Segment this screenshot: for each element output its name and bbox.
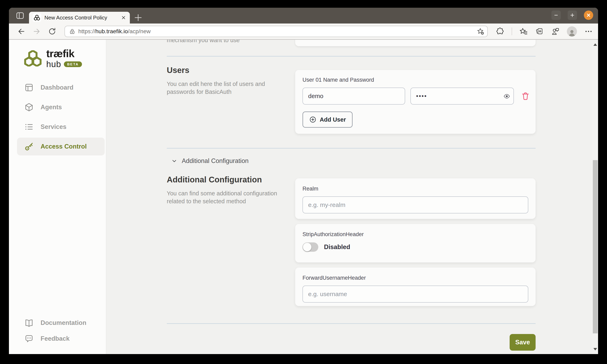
section-divider xyxy=(167,323,536,324)
password-input[interactable] xyxy=(410,88,514,104)
sidebar-item-label: Documentation xyxy=(40,319,86,326)
toggle-state-label: Disabled xyxy=(324,243,350,251)
forward-icon[interactable] xyxy=(32,27,41,36)
realm-card: Realm xyxy=(295,178,536,219)
workspaces-icon[interactable] xyxy=(15,11,25,20)
collapsible-label: Additional Configuration xyxy=(182,157,249,165)
sidebar-item-label: Access Control xyxy=(40,143,87,150)
username-input[interactable] xyxy=(302,88,405,104)
url-text: https://hub.traefik.io/acp/new xyxy=(78,28,474,35)
strip-authorization-card: StripAuthorizationHeader Disabled xyxy=(295,224,536,262)
cube-icon xyxy=(24,103,34,112)
vertical-scrollbar[interactable] xyxy=(592,40,598,354)
strip-authorization-toggle[interactable] xyxy=(302,242,318,252)
profile-avatar[interactable] xyxy=(567,26,577,37)
sidebar-item-feedback[interactable]: Feedback xyxy=(17,330,105,348)
chevron-down-icon xyxy=(171,158,177,164)
browser-titlebar: New Access Control Policy xyxy=(9,8,598,24)
browser-toolbar: https://hub.traefik.io/acp/new xyxy=(9,24,598,40)
traefik-favicon xyxy=(33,13,41,22)
forward-username-input[interactable] xyxy=(302,286,528,303)
favorites-icon[interactable] xyxy=(519,27,528,36)
reload-icon[interactable] xyxy=(48,27,56,36)
new-tab-button[interactable] xyxy=(134,13,143,22)
additional-section-title: Additional Configuration xyxy=(167,175,293,184)
logo-brand-text: træfik xyxy=(46,48,82,59)
sidebar: træfik hub BETA Dashboard Agents xyxy=(9,40,106,354)
minimize-button[interactable] xyxy=(552,11,561,20)
sidebar-item-services[interactable]: Services xyxy=(17,118,105,136)
traefik-hub-logo: træfik hub BETA xyxy=(24,48,82,68)
bookmark-star-icon[interactable] xyxy=(477,27,485,35)
list-icon xyxy=(24,122,34,131)
add-user-button[interactable]: Add User xyxy=(302,111,353,128)
tab-title: New Access Control Policy xyxy=(44,14,118,21)
chat-bubble-icon xyxy=(24,334,34,343)
scroll-up-arrow-icon[interactable] xyxy=(594,43,597,46)
add-user-label: Add User xyxy=(320,116,346,123)
strip-authorization-label: StripAuthorizationHeader xyxy=(302,231,528,237)
realm-label: Realm xyxy=(302,186,528,192)
scrollbar-thumb[interactable] xyxy=(593,160,598,333)
user-feedback-icon[interactable] xyxy=(551,27,560,36)
sidebar-item-documentation[interactable]: Documentation xyxy=(17,314,105,332)
save-button[interactable]: Save xyxy=(510,334,536,351)
lock-icon xyxy=(69,28,75,35)
url-bar[interactable]: https://hub.traefik.io/acp/new xyxy=(65,26,488,37)
forward-username-label: ForwardUsernameHeader xyxy=(302,275,528,281)
browser-window: New Access Control Policy xyxy=(9,8,598,354)
delete-user-icon[interactable] xyxy=(521,91,530,101)
plus-circle-icon xyxy=(309,116,316,123)
show-password-icon[interactable] xyxy=(503,93,510,100)
scroll-down-arrow-icon[interactable] xyxy=(594,348,597,351)
main-content: mechanism you want to use Users You can … xyxy=(106,40,598,354)
sidebar-item-label: Feedback xyxy=(40,335,70,342)
sidebar-item-dashboard[interactable]: Dashboard xyxy=(17,79,105,96)
additional-configuration-collapsible[interactable]: Additional Configuration xyxy=(171,157,249,165)
browser-tab[interactable]: New Access Control Policy xyxy=(29,12,130,24)
users-card: User 01 Name and Password xyxy=(295,70,536,134)
maximize-button[interactable] xyxy=(568,11,577,20)
toolbar-divider xyxy=(512,27,512,35)
settings-more-icon[interactable] xyxy=(584,27,593,36)
toggle-knob xyxy=(303,243,311,251)
traefik-hexagons-icon xyxy=(24,50,42,66)
sidebar-item-label: Dashboard xyxy=(40,84,73,91)
logo-product-text: hub xyxy=(46,60,61,68)
sidebar-item-label: Services xyxy=(40,123,67,130)
additional-section-description: You can find some additional configurati… xyxy=(167,190,286,205)
user-01-label: User 01 Name and Password xyxy=(302,77,528,83)
close-button[interactable] xyxy=(584,11,593,20)
beta-badge: BETA xyxy=(64,61,82,67)
tab-close-icon[interactable] xyxy=(121,15,126,20)
users-section-description: You can edit here the list of users and … xyxy=(167,80,277,96)
dashboard-icon xyxy=(24,83,34,92)
partial-card-bottom xyxy=(295,40,536,46)
back-icon[interactable] xyxy=(17,27,26,36)
sidebar-item-label: Agents xyxy=(40,104,62,111)
clipped-helper-text: mechanism you want to use xyxy=(167,40,240,44)
extensions-icon[interactable] xyxy=(496,27,504,36)
section-divider xyxy=(167,56,536,57)
sidebar-item-agents[interactable]: Agents xyxy=(17,98,105,116)
key-icon xyxy=(24,142,34,151)
forward-username-card: ForwardUsernameHeader xyxy=(295,268,536,306)
users-section-title: Users xyxy=(167,66,288,75)
book-icon xyxy=(24,318,34,327)
sidebar-item-access-control[interactable]: Access Control xyxy=(17,138,105,156)
realm-input[interactable] xyxy=(302,196,528,213)
section-divider xyxy=(167,148,536,149)
collections-icon[interactable] xyxy=(535,27,544,36)
